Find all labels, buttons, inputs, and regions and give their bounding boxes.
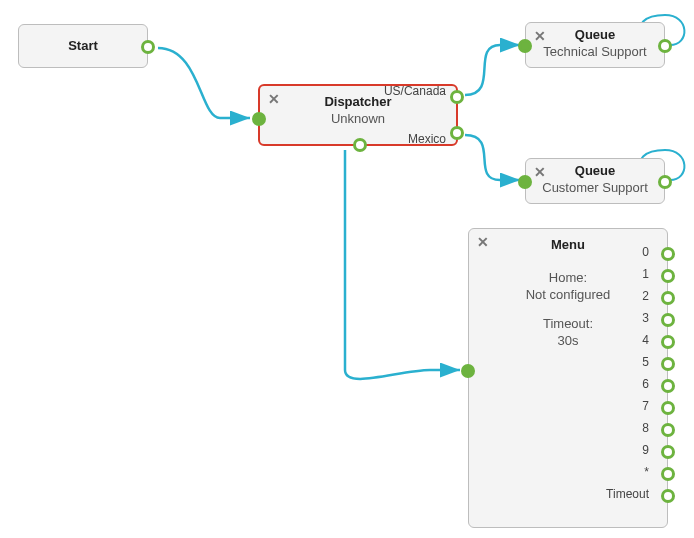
close-icon[interactable]: ✕ [268, 92, 282, 106]
port-label-mexico: Mexico [408, 132, 446, 146]
node-queue-technical-subtitle: Technical Support [526, 44, 664, 59]
port-label-menu-3: 3 [642, 311, 649, 325]
port-menu-out-3[interactable] [661, 313, 675, 327]
menu-timeout-label: Timeout: [469, 316, 667, 331]
port-queue-technical-in[interactable] [518, 39, 532, 53]
node-queue-customer[interactable]: ✕ Queue Customer Support [525, 158, 665, 204]
close-icon[interactable]: ✕ [477, 235, 491, 249]
port-queue-technical-out[interactable] [658, 39, 672, 53]
port-menu-out-*[interactable] [661, 467, 675, 481]
port-menu-out-8[interactable] [661, 423, 675, 437]
port-label-menu-4: 4 [642, 333, 649, 347]
port-menu-in[interactable] [461, 364, 475, 378]
node-start[interactable]: Start [18, 24, 148, 68]
port-label-menu-5: 5 [642, 355, 649, 369]
port-label-menu-7: 7 [642, 399, 649, 413]
port-queue-customer-in[interactable] [518, 175, 532, 189]
port-label-menu-8: 8 [642, 421, 649, 435]
port-menu-out-9[interactable] [661, 445, 675, 459]
node-menu[interactable]: ✕ Menu Home: Not configured Timeout: 30s… [468, 228, 668, 528]
node-menu-title: Menu [469, 237, 667, 252]
node-dispatcher-subtitle: Unknown [260, 111, 456, 126]
port-dispatcher-mexico[interactable] [450, 126, 464, 140]
port-queue-customer-out[interactable] [658, 175, 672, 189]
port-dispatcher-default[interactable] [353, 138, 367, 152]
node-queue-customer-subtitle: Customer Support [526, 180, 664, 195]
port-menu-out-7[interactable] [661, 401, 675, 415]
menu-timeout-value: 30s [469, 333, 667, 348]
menu-home-label: Home: [469, 270, 667, 285]
port-label-menu-2: 2 [642, 289, 649, 303]
port-label-menu-9: 9 [642, 443, 649, 457]
menu-home-value: Not configured [469, 287, 667, 302]
port-menu-out-1[interactable] [661, 269, 675, 283]
node-queue-technical[interactable]: ✕ Queue Technical Support [525, 22, 665, 68]
port-label-menu-1: 1 [642, 267, 649, 281]
node-dispatcher[interactable]: ✕ Dispatcher Unknown US/Canada Mexico [258, 84, 458, 146]
port-menu-out-4[interactable] [661, 335, 675, 349]
node-start-title: Start [19, 25, 147, 67]
port-start-out[interactable] [141, 40, 155, 54]
port-menu-out-Timeout[interactable] [661, 489, 675, 503]
port-label-menu-6: 6 [642, 377, 649, 391]
port-dispatcher-in[interactable] [252, 112, 266, 126]
port-menu-out-2[interactable] [661, 291, 675, 305]
port-label-menu-*: * [644, 465, 649, 479]
close-icon[interactable]: ✕ [534, 165, 548, 179]
port-label-uscanada: US/Canada [384, 84, 446, 98]
port-menu-out-6[interactable] [661, 379, 675, 393]
port-label-menu-0: 0 [642, 245, 649, 259]
port-label-menu-Timeout: Timeout [606, 487, 649, 501]
port-menu-out-0[interactable] [661, 247, 675, 261]
close-icon[interactable]: ✕ [534, 29, 548, 43]
port-dispatcher-uscanada[interactable] [450, 90, 464, 104]
port-menu-out-5[interactable] [661, 357, 675, 371]
